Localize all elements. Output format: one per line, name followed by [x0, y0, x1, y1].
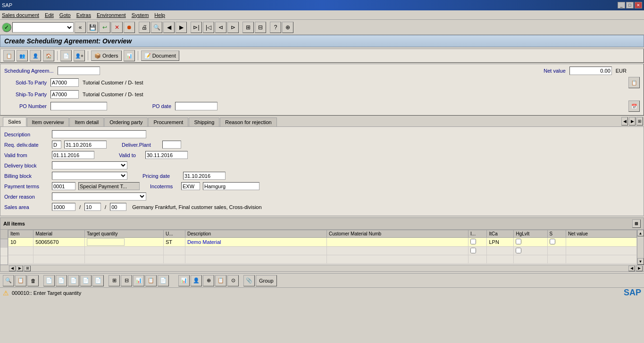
bottom-icon-7[interactable]: 📄: [80, 275, 92, 286]
nav4-btn[interactable]: ⊳: [227, 22, 239, 33]
tab-expand[interactable]: ⊞: [636, 117, 643, 125]
menu-environment[interactable]: Environment: [97, 12, 126, 18]
sales-area-div1-input[interactable]: [84, 203, 101, 211]
title-bar-controls[interactable]: _ □ ✕: [618, 2, 642, 8]
checkbox-i-2[interactable]: [470, 248, 476, 253]
valid-from-input[interactable]: [52, 151, 94, 159]
tab-reason-for-rejection[interactable]: Reason for rejection: [220, 117, 276, 126]
checkbox-hglvit[interactable]: [516, 239, 521, 244]
tab-shipping[interactable]: Shipping: [189, 117, 219, 126]
hscroll-expand[interactable]: ⊞: [24, 266, 31, 271]
order-reason-combo[interactable]: [52, 192, 146, 201]
close-btn[interactable]: ✕: [635, 2, 642, 8]
menu-system[interactable]: System: [132, 12, 149, 18]
bottom-icon-18[interactable]: ⊙: [227, 275, 239, 286]
nav1-btn[interactable]: ⊳|: [191, 22, 202, 33]
target-qty-input[interactable]: [87, 238, 125, 246]
sales-area-code-input[interactable]: [52, 203, 75, 211]
bottom-icon-19[interactable]: 📎: [243, 275, 255, 286]
sales-area-div2-input[interactable]: [110, 203, 126, 211]
bottom-icon-4[interactable]: 📄: [43, 275, 55, 286]
bottom-icon-12[interactable]: 📋: [145, 275, 157, 286]
hscroll-end-left[interactable]: ◀: [628, 266, 635, 271]
scheduling-input[interactable]: [58, 67, 100, 75]
custom-btn[interactable]: ⊕: [282, 22, 293, 33]
nav-icon-3[interactable]: 👤: [30, 50, 41, 61]
vscroll-down[interactable]: ▼: [637, 258, 644, 265]
nav3-btn[interactable]: ⊲: [215, 22, 226, 33]
bottom-icon-15[interactable]: 👤: [191, 275, 202, 286]
hscroll-end-right[interactable]: ▶: [636, 266, 643, 271]
bottom-icon-16[interactable]: ⊕: [203, 275, 214, 286]
group-btn[interactable]: Group: [256, 275, 277, 286]
save-btn[interactable]: 💾: [87, 22, 98, 33]
table-row[interactable]: 10 50065670 ST Demo Material LPN: [8, 238, 637, 247]
tab-sales[interactable]: Sales: [3, 117, 26, 126]
select1-btn[interactable]: ⊞: [243, 22, 254, 33]
bottom-icon-6[interactable]: 📄: [68, 275, 79, 286]
checkbox-s[interactable]: [550, 239, 555, 244]
pricing-date-input[interactable]: [183, 172, 226, 180]
tab-scroll-right[interactable]: ▶: [629, 117, 636, 125]
tab-item-detail[interactable]: Item detail: [69, 117, 104, 126]
checkbox-hglvit-2[interactable]: [516, 248, 521, 253]
po-number-input[interactable]: [50, 102, 107, 110]
po-calendar-icon[interactable]: 📅: [628, 100, 640, 112]
orders-btn[interactable]: 📦 Orders: [91, 50, 122, 61]
delivery-block-combo[interactable]: [52, 161, 127, 169]
tab-scroll-left[interactable]: ◀: [621, 117, 628, 125]
cancel-red-btn[interactable]: ✕: [111, 22, 123, 33]
bottom-icon-1[interactable]: 🔍: [3, 275, 14, 286]
vscroll-up[interactable]: ▲: [637, 230, 644, 236]
bottom-icon-2[interactable]: 📋: [15, 275, 26, 286]
net-value-input[interactable]: [569, 67, 612, 75]
tab-ordering-party[interactable]: Ordering party: [104, 117, 148, 126]
hscroll-left[interactable]: ◀: [9, 266, 16, 271]
find-btn[interactable]: 🔍: [151, 22, 162, 33]
sold-to-code-input[interactable]: [50, 78, 79, 87]
command-combo[interactable]: [12, 22, 74, 33]
nav-prev-btn[interactable]: ◀: [163, 22, 175, 33]
back-btn[interactable]: ✓: [2, 23, 11, 32]
menu-sales-document[interactable]: Sales document: [2, 12, 39, 18]
valid-to-input[interactable]: [145, 151, 188, 159]
document-btn[interactable]: 📝 Document: [141, 50, 179, 61]
restore-btn[interactable]: □: [626, 2, 634, 8]
bottom-icon-9[interactable]: ⊞: [109, 275, 120, 286]
bottom-icon-10[interactable]: ⊟: [121, 275, 132, 286]
nav-icon-4[interactable]: 🏠: [43, 50, 54, 61]
description-input[interactable]: [52, 130, 146, 138]
minimize-btn[interactable]: _: [618, 2, 625, 8]
table-settings-icon[interactable]: ⊞: [632, 219, 641, 228]
hscroll-right[interactable]: ▶: [17, 266, 23, 271]
menu-edit[interactable]: Edit: [45, 12, 54, 18]
undo-btn[interactable]: ↩: [99, 22, 110, 33]
bottom-icon-3[interactable]: 🗑: [27, 275, 39, 286]
stop-btn[interactable]: ⏺: [124, 22, 135, 33]
bottom-icon-17[interactable]: 📋: [215, 275, 226, 286]
bottom-icon-5[interactable]: 📄: [56, 275, 67, 286]
req-deliv-date-input[interactable]: [64, 141, 107, 149]
po-date-input[interactable]: [175, 102, 217, 110]
table-vscroll[interactable]: ▲ ▼: [637, 230, 644, 265]
checkbox-i[interactable]: [470, 239, 476, 244]
help-btn[interactable]: ?: [270, 22, 281, 33]
nav-icon-7[interactable]: 📊: [124, 50, 135, 61]
incoterms-desc-input[interactable]: [203, 182, 259, 190]
tab-item-overview[interactable]: Item overview: [27, 117, 69, 126]
tab-procurement[interactable]: Procurement: [148, 117, 188, 126]
nav-icon-2[interactable]: 👥: [17, 50, 28, 61]
menu-goto[interactable]: Goto: [59, 12, 71, 18]
menu-extras[interactable]: Extras: [76, 12, 91, 18]
prev-btn[interactable]: «: [75, 22, 86, 33]
bottom-icon-8[interactable]: 📄: [92, 275, 104, 286]
sold-to-doc-icon[interactable]: 📋: [628, 77, 640, 88]
payment-terms-code-input[interactable]: [52, 182, 75, 190]
bottom-icon-11[interactable]: 📊: [133, 275, 144, 286]
nav-icon-6[interactable]: 👤+: [74, 50, 85, 61]
billing-block-combo[interactable]: [52, 172, 127, 180]
bottom-icon-13[interactable]: 📄: [158, 275, 169, 286]
bottom-icon-14[interactable]: 📊: [178, 275, 190, 286]
hscroll-track[interactable]: [32, 266, 627, 271]
nav-icon-5[interactable]: 📄: [60, 50, 72, 61]
